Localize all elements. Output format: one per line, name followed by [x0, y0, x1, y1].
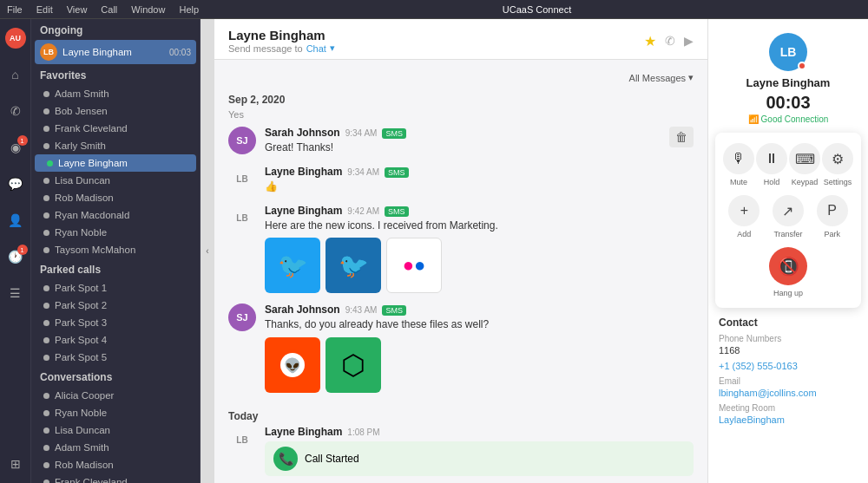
phone2-value[interactable]: +1 (352) 555-0163 [719, 361, 858, 371]
park2[interactable]: Park Spot 2 [31, 297, 200, 314]
add-button[interactable]: + Add [728, 195, 760, 238]
meeting-room-value[interactable]: LaylaeBingham [719, 414, 858, 425]
dot-icon [43, 143, 49, 149]
settings-label: Settings [824, 178, 852, 186]
send-message-label: Send message to [228, 43, 303, 54]
main-chat: Layne Bingham Send message to Chat ▾ ★ ✆… [214, 19, 707, 483]
call-started-widget: 📞 Call Started [265, 441, 694, 476]
msg3-header: Layne Bingham 9:42 AM SMS [265, 205, 694, 217]
chat-send-sub: Send message to Chat ▾ [228, 42, 335, 54]
ongoing-label: Ongoing [31, 19, 200, 40]
chat-contact-name: Layne Bingham [228, 28, 335, 42]
date-sep-1: Sep 2, 2020 [228, 87, 694, 109]
park1[interactable]: Park Spot 1 [31, 279, 200, 297]
fav-frank[interactable]: Frank Cleveland [31, 120, 200, 137]
menu-edit[interactable]: Edit [36, 4, 53, 15]
transfer-button[interactable]: ↗ Transfer [773, 195, 804, 238]
dot-icon [43, 247, 49, 253]
message-group-1: SJ Sarah Johnson 9:34 AM SMS Great! Than… [228, 127, 669, 155]
msg5-sender: Layne Bingham [265, 426, 342, 438]
all-messages-button[interactable]: All Messages ▾ [629, 72, 694, 83]
voicemail-nav-icon[interactable]: ◉ 1 [3, 135, 28, 160]
ongoing-layne-name: Layne Bingham [62, 47, 132, 57]
call-started-label: Call Started [305, 453, 359, 465]
fav-taysom[interactable]: Taysom McMahon [31, 241, 200, 258]
menu-nav-icon[interactable]: ☰ [3, 281, 28, 305]
chat-messages: All Messages ▾ Sep 2, 2020 Yes 🗑 SJ Sara… [214, 60, 707, 483]
email-label: Email [719, 376, 858, 386]
fav-lisa[interactable]: Lisa Duncan [31, 172, 200, 189]
park4[interactable]: Park Spot 4 [31, 331, 200, 349]
conv-frank-label: Frank Cleveland [55, 477, 128, 483]
park5[interactable]: Park Spot 5 [31, 349, 200, 366]
settings-button[interactable]: ⚙ Settings [822, 143, 853, 186]
phone1-value[interactable]: 1168 [719, 345, 858, 356]
conv-frank[interactable]: Frank Cleveland [31, 473, 200, 483]
video-header-icon[interactable]: ▶ [684, 34, 694, 48]
channel-dropdown-icon[interactable]: ▾ [330, 42, 335, 54]
dot-icon [43, 303, 49, 309]
phone-label: Phone Numbers [719, 334, 858, 343]
signal-icon: 📶 [748, 114, 759, 124]
star-icon[interactable]: ★ [644, 33, 656, 49]
fav-adam[interactable]: Adam Smith [31, 85, 200, 102]
fav-layne[interactable]: Layne Bingham [35, 154, 196, 172]
hold-button[interactable]: ⏸ Hold [756, 143, 787, 186]
dot-icon [43, 126, 49, 132]
history-nav-icon[interactable]: 🕐 1 [3, 245, 28, 269]
park3[interactable]: Park Spot 3 [31, 314, 200, 331]
park-button[interactable]: P Park [817, 195, 848, 238]
transfer-icon: ↗ [773, 195, 804, 226]
keypad-button[interactable]: ⌨ Keypad [789, 143, 820, 186]
home-nav-icon[interactable]: ⌂ [3, 62, 28, 87]
menu-call[interactable]: Call [101, 4, 117, 15]
grid-nav-icon[interactable]: ⊞ [3, 452, 28, 476]
parked-label: Parked calls [31, 258, 200, 279]
fav-ryan-mac[interactable]: Ryan Macdonald [31, 206, 200, 224]
conv-ryan-noble[interactable]: Ryan Noble [31, 404, 200, 421]
twitter-icon-img: 🐦 [265, 238, 320, 293]
msg3-text: Here are the new icons. I received from … [265, 219, 694, 233]
email-value[interactable]: lbingham@jcollins.com [719, 388, 858, 398]
conv-rob[interactable]: Rob Madison [31, 456, 200, 473]
chat-channel-label[interactable]: Chat [306, 43, 326, 54]
sj-avatar-2: SJ [228, 304, 256, 331]
reddit-svg: 👽 [275, 348, 310, 382]
contacts-nav-icon[interactable]: 👤 [3, 208, 28, 232]
phone-header-icon[interactable]: ✆ [665, 34, 675, 48]
avatar-icon[interactable]: AU [3, 26, 28, 50]
dot-icon [43, 410, 49, 416]
menu-help[interactable]: Help [179, 4, 199, 15]
all-messages-bar: All Messages ▾ [228, 69, 694, 87]
msg1-time: 9:34 AM [345, 128, 378, 138]
menu-window[interactable]: Window [131, 4, 165, 15]
menu-file[interactable]: File [7, 4, 23, 15]
dot-icon [43, 480, 49, 484]
conv-adam[interactable]: Adam Smith [31, 439, 200, 456]
chat-nav-icon[interactable]: 💬 [3, 172, 28, 196]
menu-view[interactable]: View [67, 4, 88, 15]
fav-bob[interactable]: Bob Jensen [31, 102, 200, 120]
fav-rob[interactable]: Rob Madison [31, 189, 200, 206]
chat-header-actions: ★ ✆ ▶ [644, 33, 694, 49]
mute-button[interactable]: 🎙 Mute [723, 143, 754, 186]
fav-ryan-noble[interactable]: Ryan Noble [31, 224, 200, 241]
conv-lisa[interactable]: Lisa Duncan [31, 421, 200, 439]
dot-icon [43, 108, 49, 114]
ongoing-item-layne[interactable]: LB Layne Bingham 00:03 [35, 40, 196, 64]
dot-icon [43, 178, 49, 184]
msg5-time: 1:08 PM [347, 428, 379, 437]
msg5-content: Layne Bingham 1:08 PM 📞 Call Started [265, 426, 694, 476]
msg1-text: Great! Thanks! [265, 140, 669, 155]
collapse-sidebar-button[interactable]: ‹ [201, 19, 214, 483]
reddit-icon-img: 👽 [265, 337, 320, 393]
message-group-4: SJ Sarah Johnson 9:43 AM SMS Thanks, do … [228, 304, 694, 393]
dot-icon [43, 320, 49, 326]
phone-nav-icon[interactable]: ✆ [3, 99, 28, 123]
fav-rob-label: Rob Madison [55, 193, 114, 203]
trash-button[interactable]: 🗑 [669, 127, 694, 147]
hangup-button[interactable]: 📵 [769, 247, 807, 285]
fav-karly[interactable]: Karly Smith [31, 137, 200, 154]
menu-bar: File Edit View Call Window Help UCaaS Co… [0, 0, 868, 19]
conv-alicia[interactable]: Alicia Cooper [31, 387, 200, 404]
